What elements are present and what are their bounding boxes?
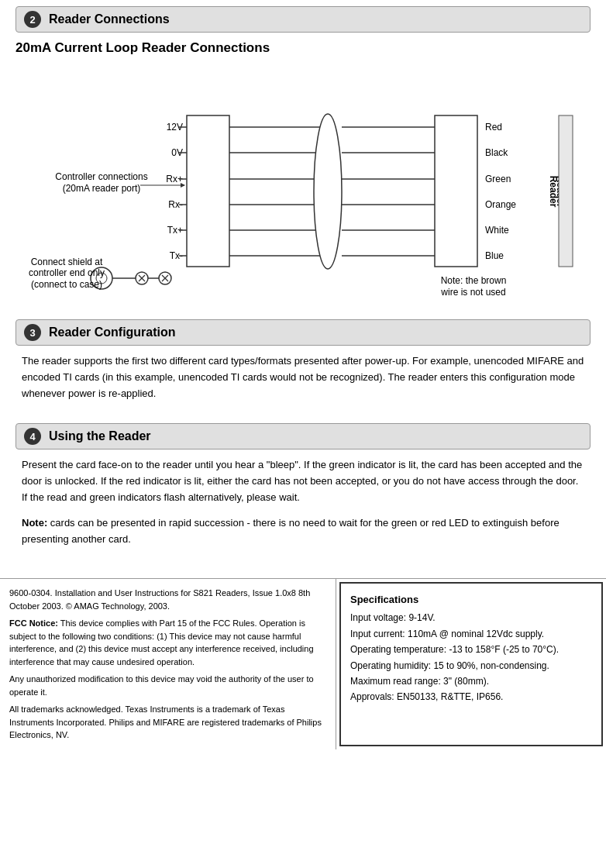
- footer-left-fcc: FCC Notice: This device complies with Pa…: [9, 617, 326, 668]
- section-4-number: 4: [24, 428, 41, 445]
- section-3-title: Reader Configuration: [49, 326, 176, 339]
- svg-text:Orange: Orange: [485, 199, 516, 210]
- spec-item: Approvals: EN50133, R&TTE, IP656.: [350, 689, 592, 704]
- svg-text:(connect to case): (connect to case): [31, 279, 102, 290]
- svg-text:Red: Red: [485, 122, 502, 133]
- section-2-number: 2: [24, 11, 41, 28]
- fcc-title: FCC Notice:: [9, 618, 58, 628]
- footer-left-line1: 9600-0304. Installation and User Instruc…: [9, 587, 326, 612]
- footer-left: 9600-0304. Installation and User Instruc…: [0, 579, 336, 749]
- footer-right: Specifications Input voltage: 9-14V.Inpu…: [339, 582, 603, 746]
- section-4-note-body: cards can be presented in rapid successi…: [22, 517, 560, 545]
- section-3-header: 3 Reader Configuration: [15, 319, 591, 346]
- footer: 9600-0304. Installation and User Instruc…: [0, 578, 606, 749]
- section-4-body1: Present the card face-on to the reader u…: [22, 457, 584, 547]
- spec-item: Input current: 110mA @ nominal 12Vdc sup…: [350, 626, 592, 642]
- svg-text:Black: Black: [485, 147, 508, 158]
- spec-item: Operating humidity: 15 to 90%, non-conde…: [350, 658, 592, 673]
- section-4-title: Using the Reader: [49, 429, 151, 443]
- spec-item: Operating temperature: -13 to 158°F (-25…: [350, 642, 592, 657]
- svg-rect-26: [435, 115, 477, 267]
- svg-text:Controller connections: Controller connections: [55, 171, 147, 182]
- svg-rect-0: [187, 115, 229, 267]
- svg-text:Blue: Blue: [485, 250, 504, 261]
- svg-text:White: White: [485, 225, 509, 236]
- section-2-title: Reader Connections: [49, 12, 170, 26]
- section-4-header: 4 Using the Reader: [15, 423, 591, 450]
- footer-right-title: Specifications: [350, 591, 592, 608]
- svg-text:(20mA reader port): (20mA reader port): [63, 183, 141, 194]
- note-label: Note:: [22, 517, 47, 529]
- svg-text:Note: the brown: Note: the brown: [441, 275, 507, 286]
- svg-text:Connect shield at: Connect shield at: [31, 257, 103, 267]
- spec-item: Maximum read range: 3" (80mm).: [350, 673, 592, 689]
- svg-text:wire is not used: wire is not used: [440, 287, 505, 298]
- section-2-subtitle: 20mA Current Loop Reader Connections: [15, 40, 598, 56]
- section-2-header: 2 Reader Connections: [15, 6, 591, 33]
- spec-item: Input voltage: 9-14V.: [350, 610, 592, 625]
- wiring-diagram: 12V 0V Rx+ Rx- Tx+ Tx-: [24, 65, 582, 305]
- svg-text:controller end only: controller end only: [29, 267, 105, 278]
- svg-text:Reader: Reader: [548, 176, 559, 208]
- svg-text:Green: Green: [485, 174, 511, 184]
- footer-left-line4: All trademarks acknowledged. Texas Instr…: [9, 703, 326, 742]
- footer-right-items: Input voltage: 9-14V.Input current: 110m…: [350, 610, 592, 704]
- section-4-paragraph1: Present the card face-on to the reader u…: [22, 457, 584, 505]
- section-3: 3 Reader Configuration The reader suppor…: [0, 313, 606, 417]
- svg-rect-34: [559, 115, 573, 267]
- section-3-number: 3: [24, 324, 41, 341]
- svg-point-19: [314, 114, 342, 269]
- section-4: 4 Using the Reader Present the card face…: [0, 417, 606, 563]
- section-3-body: The reader supports the first two differ…: [22, 353, 584, 401]
- footer-left-line3: Any unauthorized modification to this de…: [9, 673, 326, 698]
- section-2: 2 Reader Connections 20mA Current Loop R…: [0, 0, 606, 313]
- section-4-paragraph2: Note: cards can be presented in rapid su…: [22, 515, 584, 548]
